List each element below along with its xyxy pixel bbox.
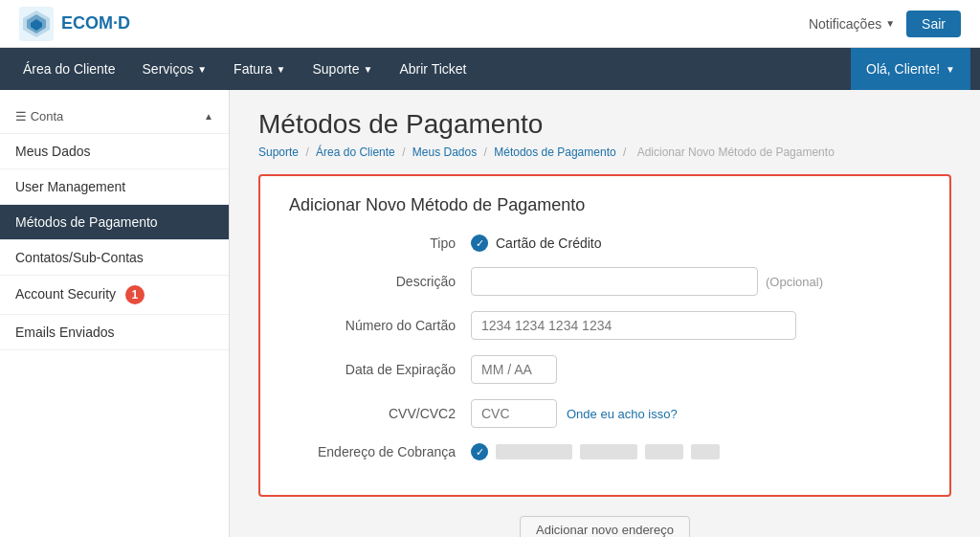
sidebar: ☰ Conta ▲ Meus Dados User Management Mét… — [0, 90, 230, 537]
chevron-down-icon: ▼ — [364, 64, 373, 75]
expiry-label: Data de Expiração — [289, 362, 471, 377]
tipo-label: Tipo — [289, 235, 471, 251]
breadcrumb: Suporte / Área do Cliente / Meus Dados /… — [258, 145, 951, 159]
sidebar-item-user-management[interactable]: User Management — [0, 169, 229, 205]
descricao-input[interactable] — [471, 267, 758, 296]
form-title: Adicionar Novo Método de Pagamento — [289, 195, 921, 215]
notifications-button[interactable]: Notificações ▼ — [809, 16, 895, 32]
tipo-value-row: ✓ Cartão de Crédito — [471, 235, 602, 252]
card-number-input[interactable] — [471, 311, 796, 340]
cvv-label: CVV/CVC2 — [289, 406, 471, 421]
breadcrumb-meus-dados[interactable]: Meus Dados — [412, 145, 477, 159]
sidebar-item-metodos-pagamento[interactable]: Métodos de Pagamento — [0, 205, 229, 240]
nav-suporte[interactable]: Suporte ▼ — [299, 48, 386, 90]
endereco-label: Endereço de Cobrança — [289, 444, 471, 459]
nav-user[interactable]: Olá, Cliente! ▼ — [851, 48, 970, 90]
chevron-up-icon: ▲ — [204, 111, 213, 122]
chevron-down-icon: ▼ — [197, 64, 207, 75]
form-row-numero: Número do Cartão — [289, 311, 921, 340]
breadcrumb-metodos[interactable]: Métodos de Pagamento — [494, 145, 615, 159]
form-row-endereco: Endereço de Cobrança ✓ — [289, 443, 921, 460]
endereco-placeholder-4 — [691, 444, 720, 459]
breadcrumb-current: Adicionar Novo Método de Pagamento — [637, 145, 835, 159]
nav-servicos[interactable]: Serviços ▼ — [129, 48, 221, 90]
sidebar-section-conta[interactable]: ☰ Conta ▲ — [0, 100, 229, 134]
nav-abrir-ticket[interactable]: Abrir Ticket — [386, 48, 479, 90]
chevron-down-icon: ▼ — [946, 64, 955, 75]
logo: ECOM·D — [19, 7, 130, 41]
descricao-label: Descrição — [289, 274, 471, 289]
sidebar-item-emails-enviados[interactable]: Emails Enviados — [0, 315, 229, 350]
nav-bar: Área do Cliente Serviços ▼ Fatura ▼ Supo… — [0, 48, 980, 90]
endereco-placeholder-3 — [645, 444, 683, 459]
sidebar-item-account-security[interactable]: Account Security 1 — [0, 276, 229, 315]
onde-link[interactable]: Onde eu acho isso? — [567, 407, 678, 421]
add-endereco-button[interactable]: Adicionar novo endereço — [520, 516, 690, 537]
top-bar: ECOM·D Notificações ▼ Sair — [0, 0, 980, 48]
breadcrumb-area-cliente[interactable]: Área do Cliente — [316, 145, 395, 159]
account-security-badge: 1 — [125, 285, 145, 304]
tipo-value: Cartão de Crédito — [496, 235, 602, 251]
endereco-placeholder-2 — [580, 444, 637, 459]
main-layout: ☰ Conta ▲ Meus Dados User Management Mét… — [0, 90, 980, 537]
check-circle-icon: ✓ — [471, 235, 488, 252]
expiry-input[interactable] — [471, 355, 557, 384]
endereco-placeholder-1 — [496, 444, 572, 459]
form-row-descricao: Descrição (Opcional) — [289, 267, 921, 296]
nav-area-do-cliente[interactable]: Área do Cliente — [10, 48, 129, 90]
numero-label: Número do Cartão — [289, 318, 471, 333]
chevron-down-icon: ▼ — [277, 64, 286, 75]
form-row-cvv: CVV/CVC2 Onde eu acho isso? — [289, 399, 921, 428]
form-row-tipo: Tipo ✓ Cartão de Crédito — [289, 235, 921, 252]
sidebar-section-icon: ☰ Conta — [15, 109, 63, 123]
sidebar-item-contatos[interactable]: Contatos/Sub-Contas — [0, 240, 229, 276]
nav-fatura[interactable]: Fatura ▼ — [220, 48, 299, 90]
sair-button[interactable]: Sair — [906, 11, 961, 37]
opcional-label: (Opcional) — [766, 275, 823, 289]
content-area: Métodos de Pagamento Suporte / Área do C… — [230, 90, 980, 537]
form-row-expiry: Data de Expiração — [289, 355, 921, 384]
top-bar-right: Notificações ▼ Sair — [809, 11, 961, 37]
breadcrumb-suporte[interactable]: Suporte — [258, 145, 299, 159]
endereco-value-row: ✓ — [471, 443, 720, 460]
sidebar-item-meus-dados[interactable]: Meus Dados — [0, 134, 229, 169]
endereco-check-icon: ✓ — [471, 443, 488, 460]
chevron-down-icon: ▼ — [885, 18, 895, 29]
cvv-input[interactable] — [471, 399, 557, 428]
page-title: Métodos de Pagamento — [258, 109, 951, 140]
form-box: Adicionar Novo Método de Pagamento Tipo … — [258, 174, 951, 497]
logo-text: ECOM·D — [61, 13, 130, 34]
notifications-label: Notificações — [809, 16, 881, 32]
